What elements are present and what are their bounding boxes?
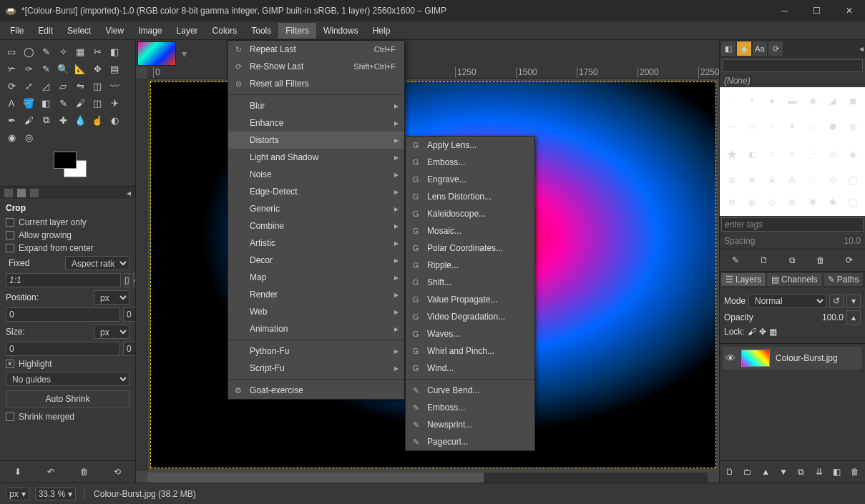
cb-allow-growing[interactable] bbox=[6, 231, 14, 239]
lock-move-icon[interactable]: ✥ bbox=[759, 327, 766, 337]
menu-layer[interactable]: Layer bbox=[170, 23, 205, 39]
size-unit-select[interactable]: px bbox=[94, 325, 129, 339]
close-button[interactable]: ✕ bbox=[833, 0, 865, 21]
distorts-curve-bend[interactable]: ✎Curve Bend... bbox=[406, 382, 534, 399]
position-unit-select[interactable]: px bbox=[94, 290, 129, 305]
tool-clone[interactable]: ⧉ bbox=[38, 112, 54, 128]
tab-extra[interactable] bbox=[30, 189, 39, 197]
layer-delete-icon[interactable]: 🗑 bbox=[849, 465, 861, 478]
layer-mode-select[interactable]: Normal bbox=[748, 294, 826, 308]
tool-text[interactable]: A bbox=[4, 95, 19, 111]
menu-view[interactable]: View bbox=[98, 23, 131, 39]
cb-current-layer[interactable] bbox=[6, 218, 14, 227]
tool-measure[interactable]: 📐 bbox=[72, 61, 88, 76]
tab-brushes[interactable]: ◧ bbox=[721, 41, 736, 56]
tab-paths[interactable]: ✎Paths bbox=[824, 273, 864, 286]
filters-decor[interactable]: Decor▸ bbox=[228, 252, 404, 269]
tool-eraser[interactable]: ◫ bbox=[89, 95, 105, 111]
minimize-button[interactable]: ─ bbox=[768, 0, 801, 21]
tool-paintbrush[interactable]: 🖌 bbox=[72, 95, 88, 111]
filters-combine[interactable]: Combine▸ bbox=[228, 217, 404, 234]
layer-down-icon[interactable]: ▼ bbox=[777, 465, 790, 478]
filters-blur[interactable]: Blur▸ bbox=[228, 97, 404, 114]
filters-artistic[interactable]: Artistic▸ bbox=[228, 234, 404, 252]
filters-reset-all-filters[interactable]: ⊘Reset all Filters bbox=[228, 75, 404, 92]
layer-name[interactable]: Colour-Burst.jpg bbox=[776, 353, 838, 363]
color-swatch[interactable] bbox=[47, 152, 89, 180]
distorts-mosaic[interactable]: GMosaic... bbox=[406, 222, 534, 239]
menu-image[interactable]: Image bbox=[131, 23, 169, 39]
tab-tool-options[interactable] bbox=[4, 189, 13, 197]
distorts-apply-lens[interactable]: GApply Lens... bbox=[406, 137, 534, 154]
tool-fuzzy-select[interactable]: ✧ bbox=[55, 44, 71, 59]
maximize-button[interactable]: ☐ bbox=[801, 0, 833, 21]
image-tab-colour-burst[interactable] bbox=[137, 41, 176, 66]
tool-move[interactable]: ✥ bbox=[89, 61, 105, 76]
distorts-emboss[interactable]: GEmboss... bbox=[406, 154, 534, 171]
tab-device[interactable] bbox=[17, 189, 26, 197]
ratio-landscape-button[interactable]: ▭ bbox=[133, 273, 135, 287]
distorts-emboss[interactable]: ✎Emboss... bbox=[406, 399, 534, 416]
brush-duplicate-icon[interactable]: ⧉ bbox=[786, 254, 798, 267]
menu-help[interactable]: Help bbox=[366, 23, 398, 39]
tool-blur[interactable]: 💧 bbox=[72, 112, 88, 128]
filters-animation[interactable]: Animation▸ bbox=[228, 320, 404, 337]
tab-menu-icon[interactable]: ◂ bbox=[127, 188, 131, 198]
tool-airbrush[interactable]: ✈ bbox=[107, 95, 122, 111]
layer-up-icon[interactable]: ▲ bbox=[759, 465, 772, 478]
tool-gradient[interactable]: ◧ bbox=[38, 95, 54, 111]
tool-crop[interactable]: ✃ bbox=[4, 61, 19, 76]
menu-windows[interactable]: Windows bbox=[316, 23, 366, 39]
zoom-select[interactable]: 33.3 %▾ bbox=[35, 488, 76, 500]
tab-history[interactable]: ⟳ bbox=[768, 41, 783, 56]
menu-filters[interactable]: Filters bbox=[278, 23, 316, 39]
filters-script-fu[interactable]: Script-Fu▸ bbox=[228, 360, 404, 377]
tab-fonts[interactable]: Aa bbox=[753, 41, 767, 56]
layer-item[interactable]: 👁 Colour-Burst.jpg bbox=[723, 347, 862, 370]
tool-mypaint[interactable]: 🖌 bbox=[21, 112, 36, 128]
brush-new-icon[interactable]: 🗋 bbox=[758, 254, 771, 267]
tool-free-select[interactable]: ✎ bbox=[38, 44, 54, 59]
mode-menu-icon[interactable]: ▾ bbox=[846, 294, 861, 308]
tool-cage[interactable]: ◫ bbox=[89, 78, 105, 94]
filters-re-show-last[interactable]: ⟳Re-Show LastShift+Ctrl+F bbox=[228, 58, 404, 75]
unit-select[interactable]: px▾ bbox=[6, 488, 29, 500]
mode-switch-icon[interactable]: ↺ bbox=[829, 294, 844, 308]
layer-group-icon[interactable]: 🗀 bbox=[741, 465, 754, 478]
filters-python-fu[interactable]: Python-Fu▸ bbox=[228, 342, 404, 360]
layer-duplicate-icon[interactable]: ⧉ bbox=[795, 465, 808, 478]
pos-y-input[interactable] bbox=[123, 307, 135, 322]
size-w-input[interactable] bbox=[6, 342, 120, 356]
distorts-shift[interactable]: GShift... bbox=[406, 274, 534, 291]
tool-bucket[interactable]: 🪣 bbox=[21, 95, 36, 111]
tool-ellipse-select[interactable]: ◯ bbox=[21, 44, 36, 59]
brush-refresh-icon[interactable]: ⟳ bbox=[843, 254, 856, 267]
brush-tags-input[interactable]: enter tags bbox=[721, 217, 864, 232]
new-tab-icon[interactable]: ▾ bbox=[179, 45, 190, 62]
brush-delete-icon[interactable]: 🗑 bbox=[814, 254, 827, 267]
foreground-color[interactable] bbox=[54, 152, 77, 169]
distorts-lens-distortion[interactable]: GLens Distortion... bbox=[406, 188, 534, 205]
filters-edge-detect[interactable]: Edge-Detect▸ bbox=[228, 183, 404, 200]
distorts-kaleidoscope[interactable]: GKaleidoscope... bbox=[406, 205, 534, 222]
tool-flip[interactable]: ⇋ bbox=[72, 78, 88, 94]
distorts-pagecurl[interactable]: ✎Pagecurl... bbox=[406, 433, 534, 450]
layer-mask-icon[interactable]: ◧ bbox=[831, 465, 844, 478]
distorts-engrave[interactable]: GEngrave... bbox=[406, 171, 534, 188]
filters-light-and-shadow[interactable]: Light and Shadow▸ bbox=[228, 149, 404, 166]
brush-filter-input[interactable] bbox=[722, 59, 863, 72]
cb-highlight[interactable] bbox=[6, 360, 14, 368]
distorts-waves[interactable]: GWaves... bbox=[406, 325, 534, 342]
filters-generic[interactable]: Generic▸ bbox=[228, 200, 404, 217]
distorts-polar-coordinates[interactable]: GPolar Coordinates... bbox=[406, 239, 534, 257]
visibility-icon[interactable]: 👁 bbox=[725, 352, 736, 364]
menu-tools[interactable]: Tools bbox=[244, 23, 278, 39]
tool-rect-select[interactable]: ▭ bbox=[4, 44, 19, 59]
tool-more-2[interactable]: ◎ bbox=[21, 129, 36, 145]
pos-x-input[interactable] bbox=[6, 307, 120, 322]
tab-patterns[interactable]: ◆ bbox=[737, 41, 751, 56]
lock-paint-icon[interactable]: 🖌 bbox=[748, 327, 756, 337]
scrollbar-horizontal[interactable] bbox=[147, 473, 708, 483]
tab-channels[interactable]: ▤Channels bbox=[767, 273, 822, 286]
ratio-input[interactable] bbox=[6, 273, 121, 287]
